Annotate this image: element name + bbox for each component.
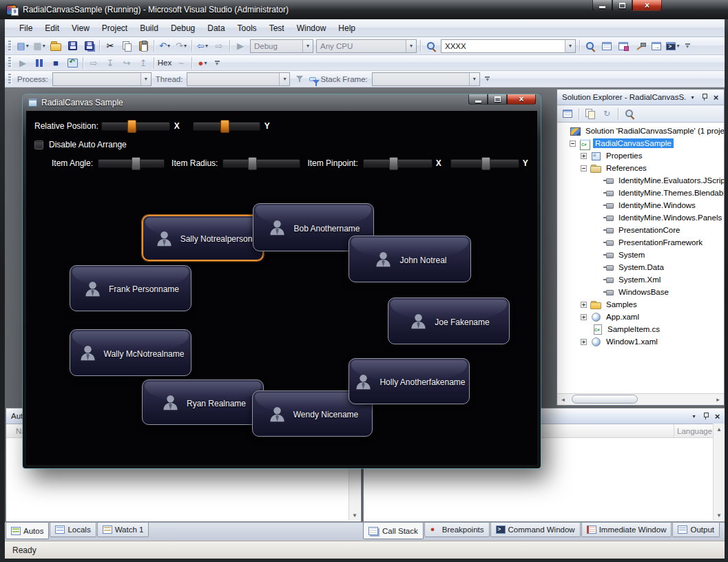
find-button[interactable]	[424, 39, 439, 53]
undo-button[interactable]: ↶▾	[157, 39, 172, 53]
toolbar-grip[interactable]	[8, 57, 12, 68]
find-in-files-button[interactable]	[583, 39, 598, 53]
maximize-button[interactable]	[488, 94, 507, 105]
tab-call-stack[interactable]: Call Stack	[363, 523, 424, 539]
solution-configuration-combo[interactable]: Debug ▾	[250, 39, 313, 53]
menu-file[interactable]: File	[13, 19, 39, 37]
open-file-button[interactable]	[48, 39, 63, 53]
menu-data[interactable]: Data	[201, 19, 231, 37]
process-combo[interactable]: ▾	[52, 72, 152, 86]
solution-platform-combo[interactable]: Any CPU ▾	[316, 39, 417, 53]
save-button[interactable]	[65, 39, 80, 53]
horizontal-scrollbar[interactable]: ◂ ▸	[557, 393, 724, 405]
auto-hide-pin-button[interactable]	[700, 410, 711, 422]
vertical-scrollbar[interactable]: ▲ ▼	[713, 424, 725, 521]
redo-button[interactable]: ↷▾	[174, 39, 189, 53]
tree-item-app-xaml[interactable]: +App.xaml	[557, 311, 724, 323]
panel-menu-button[interactable]: ▾	[687, 92, 698, 103]
menu-project[interactable]: Project	[96, 19, 134, 37]
tree-item-properties[interactable]: +Properties	[557, 149, 724, 162]
tree-item-windowsbase[interactable]: WindowsBase	[557, 286, 724, 298]
minimize-button[interactable]	[468, 94, 488, 105]
toolbar-overflow-button[interactable]: ▾	[213, 61, 221, 65]
tree-item-radialcanvassample[interactable]: −RadialCanvasSample	[557, 137, 724, 149]
scroll-up-button[interactable]: ▲	[714, 424, 725, 435]
object-browser-button[interactable]	[616, 39, 631, 53]
expand-icon[interactable]: +	[581, 314, 587, 320]
show-all-files-button[interactable]	[583, 107, 598, 121]
solution-explorer-header[interactable]: Solution Explorer - RadialCanvasS... ▾ ×	[557, 90, 724, 105]
paste-button[interactable]	[136, 39, 151, 53]
tree-item-sampleitem-cs[interactable]: SampleItem.cs	[557, 323, 724, 335]
tree-item-presentationframework[interactable]: PresentationFramework	[557, 236, 724, 249]
scrollbar-track[interactable]	[569, 394, 712, 405]
step-into-button[interactable]: ↧	[103, 56, 118, 70]
thread-combo[interactable]: ▾	[187, 72, 290, 86]
toolbar-grip[interactable]	[8, 74, 12, 85]
cut-button[interactable]: ✂	[103, 39, 118, 53]
chevron-down-icon[interactable]: ▾	[469, 73, 479, 85]
flagged-threads-button[interactable]	[292, 72, 307, 86]
panel-close-button[interactable]: ×	[710, 92, 722, 103]
app-titlebar[interactable]: RadialCanvas Sample	[23, 94, 541, 111]
tree-item-window1-xaml[interactable]: +Window1.xaml	[557, 335, 724, 348]
scroll-down-button[interactable]: ▼	[714, 510, 725, 521]
menu-help[interactable]: Help	[332, 19, 362, 37]
step-over-button[interactable]: ↪	[119, 56, 134, 70]
find-input[interactable]	[441, 42, 565, 50]
toolbar-overflow-button[interactable]: ▾	[483, 76, 492, 81]
chevron-down-icon[interactable]: ▾	[302, 40, 313, 52]
tree-item-samples[interactable]: +Samples	[557, 298, 724, 311]
breakpoints-window-button[interactable]: ●▾	[195, 56, 210, 70]
hex-button[interactable]: Hex	[157, 56, 172, 70]
toolbox-button[interactable]	[632, 39, 647, 53]
copy-button[interactable]	[119, 39, 134, 53]
menu-view[interactable]: View	[65, 19, 96, 37]
show-threads-button[interactable]: ~	[174, 56, 189, 70]
expand-icon[interactable]: +	[581, 339, 587, 345]
scrollbar-thumb[interactable]	[572, 395, 638, 404]
break-all-button[interactable]	[32, 56, 47, 70]
stack-frame-combo[interactable]: ▾	[372, 72, 480, 86]
tree-item-identitymine-themes-blendabl[interactable]: IdentityMine.Themes.Blendabl	[557, 187, 724, 199]
collapse-icon[interactable]: −	[581, 165, 587, 171]
panel-menu-button[interactable]: ▾	[688, 410, 700, 422]
scroll-right-button[interactable]: ▸	[712, 394, 724, 405]
tree-item-system-xml[interactable]: System.Xml	[557, 273, 724, 286]
properties-button[interactable]	[560, 107, 575, 121]
menu-edit[interactable]: Edit	[39, 19, 65, 37]
add-item-button[interactable]: ▤▾	[15, 39, 30, 53]
language-column-header[interactable]: Language	[674, 424, 714, 437]
expand-icon[interactable]: +	[581, 153, 587, 159]
refresh-button[interactable]: ↻	[599, 107, 614, 121]
tree-item-identitymine-evaluators-jscrip[interactable]: IdentityMine.Evaluators.JScrip	[557, 174, 724, 187]
chevron-down-icon[interactable]: ▾	[565, 40, 575, 52]
show-next-statement-button[interactable]: ⇨	[86, 56, 101, 70]
start-debugging-button[interactable]: ▶	[233, 39, 248, 53]
chevron-down-icon[interactable]: ▾	[141, 73, 151, 85]
continue-button[interactable]: ▶	[15, 56, 30, 70]
minimize-button[interactable]	[592, 0, 612, 11]
person-card-holly-anotherfakename[interactable]: Holly Anotherfakename	[349, 358, 470, 404]
radialcanvas-sample-window[interactable]: RadialCanvas Sample × Relative Position:…	[23, 94, 541, 468]
tab-locals[interactable]: Locals	[50, 523, 96, 537]
scroll-down-button[interactable]: ▼	[349, 510, 361, 521]
person-card-john-notreal[interactable]: John Notreal	[349, 236, 471, 282]
chevron-down-icon[interactable]: ▾	[406, 40, 416, 52]
person-card-wally-mcnotrealname[interactable]: Wally McNotrealname	[70, 329, 191, 376]
tree-item-identitymine-windows[interactable]: IdentityMine.Windows	[557, 199, 724, 211]
tree-item-presentationcore[interactable]: PresentationCore	[557, 224, 724, 236]
close-button[interactable]: ×	[632, 0, 662, 11]
add-project-button[interactable]: ▦▾	[32, 39, 47, 53]
navigate-forward-button[interactable]: ⇨	[211, 39, 227, 53]
person-card-sally-notrealperson[interactable]: Sally Notrealperson	[142, 215, 264, 261]
navigate-backward-button[interactable]: ⇦▾	[195, 39, 210, 53]
solution-explorer-button[interactable]	[649, 39, 664, 53]
tab-immediate-window[interactable]: Immediate Window	[581, 523, 672, 537]
maximize-button[interactable]	[612, 0, 632, 11]
menu-window[interactable]: Window	[291, 19, 333, 37]
save-all-button[interactable]	[81, 39, 96, 53]
menu-test[interactable]: Test	[263, 19, 291, 37]
tree-item-solution-radialcanvassample-1-projec[interactable]: Solution 'RadialCanvasSample' (1 projec	[557, 125, 724, 137]
tab-command-window[interactable]: Command Window	[490, 523, 581, 537]
